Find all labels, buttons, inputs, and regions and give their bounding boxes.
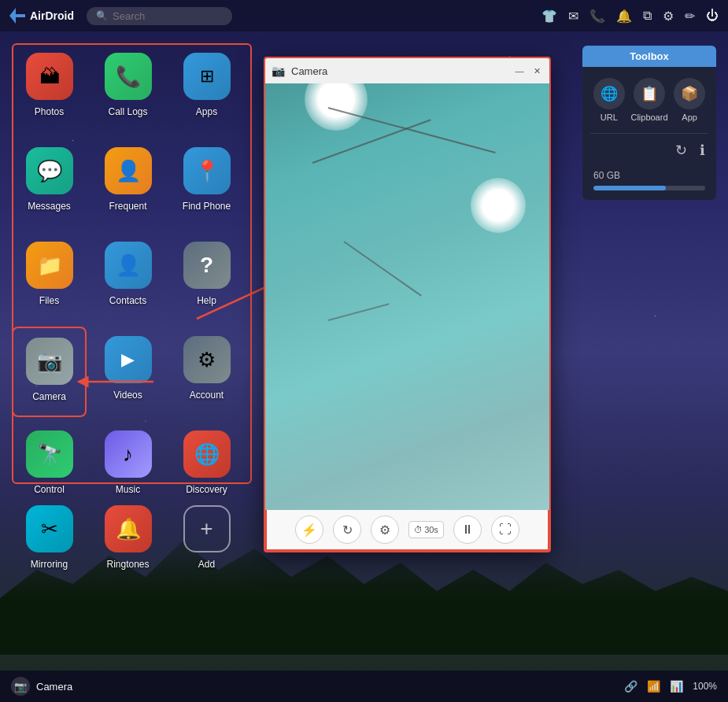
app-item-findphone[interactable]: 📍 Find Phone (169, 138, 244, 228)
app-item-videos[interactable]: ▶ Videos (91, 327, 165, 417)
camera-label: Camera (32, 391, 66, 402)
account-label: Account (190, 390, 224, 401)
statusbar-right: 🔗 📶 📊 100% (624, 680, 717, 693)
signal-icon: 📊 (670, 680, 683, 693)
lamp-arm-3 (343, 241, 421, 296)
findphone-icon: 📍 (183, 147, 231, 194)
music-icon: ♪ (105, 430, 152, 478)
toolbox-panel: Toolbox 🌐 URL 📋 Clipboard 📦 App ↻ ℹ 60 G… (582, 46, 716, 200)
app-item-files[interactable]: 📁 Files (12, 232, 87, 323)
camera-title-icon: 📷 (272, 65, 285, 77)
camera-icon: 📷 (26, 338, 73, 385)
videos-label: Videos (113, 390, 142, 401)
app-item-add[interactable]: + Add (169, 496, 244, 570)
ringtones-icon: 🔔 (105, 505, 152, 552)
toolbox-header: Toolbox (582, 46, 716, 67)
camera-fullscreen-button[interactable]: ⛶ (491, 515, 519, 544)
camera-flash-button[interactable]: ⚡ (295, 515, 323, 544)
clipboard-icon: 📋 (634, 78, 665, 109)
toolbox-refresh-icon[interactable]: ↻ (675, 142, 687, 159)
app-item-apps[interactable]: ⊞ Apps (169, 43, 244, 134)
camera-titlebar: 📷 Camera — ✕ (265, 58, 549, 83)
camera-rotate-button[interactable]: ↻ (333, 515, 361, 544)
app-item-contacts[interactable]: 👤 Contacts (91, 232, 165, 323)
statusbar-left: 📷 Camera (11, 677, 72, 696)
app-item-camera[interactable]: 📷 Camera (12, 327, 87, 417)
calllogs-label: Call Logs (108, 106, 147, 117)
mail-icon[interactable]: ✉ (568, 9, 578, 24)
window-minimize-button[interactable]: — (513, 65, 526, 77)
photos-label: Photos (35, 106, 64, 117)
shirt-icon[interactable]: 👕 (541, 9, 557, 24)
mirroring-label: Mirroring (31, 559, 68, 570)
search-bar[interactable]: 🔍 (87, 7, 232, 25)
camera-window-controls: — ✕ (513, 65, 543, 77)
videos-icon: ▶ (105, 336, 152, 383)
lamp-arm-4 (328, 303, 390, 321)
discovery-icon: 🌐 (183, 430, 231, 478)
files-label: Files (39, 295, 59, 306)
files-icon: 📁 (26, 242, 73, 289)
ringtones-label: Ringtones (106, 559, 149, 570)
control-icon: 🔭 (26, 430, 73, 478)
camera-controls-bar: ⚡ ↻ ⚙ ⏱ 30s ⏸ ⛶ (265, 510, 549, 551)
account-icon: ⚙ (183, 336, 231, 383)
pen-icon[interactable]: ✏ (685, 9, 695, 24)
topbar-icons: 👕 ✉ 📞 🔔 ⧉ ⚙ ✏ ⏻ (541, 9, 719, 24)
app-item-calllogs[interactable]: 📞 Call Logs (91, 43, 165, 134)
statusbar-app-name: Camera (36, 681, 72, 693)
power-icon[interactable]: ⏻ (706, 9, 719, 23)
toolbox-item-url[interactable]: 🌐 URL (593, 78, 625, 122)
battery-indicator: 100% (693, 681, 717, 692)
search-icon: 🔍 (96, 10, 108, 21)
control-label: Control (34, 484, 65, 495)
photos-icon: 🏔 (26, 53, 73, 100)
toolbox-item-app[interactable]: 📦 App (674, 78, 705, 122)
toolbox-storage-row: 60 GB (582, 167, 716, 200)
topbar-logo: AirDroid (9, 8, 74, 24)
airdroid-logo-icon (9, 8, 25, 24)
app-label: App (682, 113, 697, 122)
camera-title-text: Camera (291, 65, 507, 77)
topbar-logo-text: AirDroid (30, 9, 74, 22)
timer-label: 30s (424, 525, 438, 534)
app-item-ringtones[interactable]: 🔔 Ringtones (91, 496, 165, 570)
camera-timer-button[interactable]: ⏱ 30s (408, 521, 444, 538)
app-item-messages[interactable]: 💬 Messages (12, 138, 87, 228)
toolbox-controls-row: ↻ ℹ (582, 134, 716, 167)
toolbox-item-clipboard[interactable]: 📋 Clipboard (630, 78, 667, 122)
discovery-label: Discovery (186, 484, 227, 495)
messages-icon: 💬 (26, 147, 73, 194)
copy-icon[interactable]: ⧉ (643, 9, 652, 23)
toolbox-icons-row: 🌐 URL 📋 Clipboard 📦 App (582, 67, 716, 133)
frequent-icon: 👤 (105, 147, 152, 194)
app-item-frequent[interactable]: 👤 Frequent (91, 138, 165, 228)
lamp-circle-1 (305, 83, 368, 131)
apps-label: Apps (196, 106, 217, 117)
app-item-mirroring[interactable]: ✂ Mirroring (12, 496, 87, 570)
music-label: Music (116, 484, 140, 495)
clipboard-label: Clipboard (630, 113, 667, 122)
contacts-label: Contacts (109, 295, 146, 306)
camera-viewport (265, 83, 549, 510)
app-grid: 🏔 Photos 📞 Call Logs ⊞ Apps 💬 Messages 👤… (12, 43, 244, 512)
statusbar-camera-icon: 📷 (11, 677, 30, 696)
app-item-photos[interactable]: 🏔 Photos (12, 43, 87, 134)
url-label: URL (601, 113, 618, 122)
search-input[interactable] (113, 10, 223, 22)
gear-icon[interactable]: ⚙ (663, 9, 674, 24)
phone-icon[interactable]: 📞 (589, 9, 605, 24)
camera-pause-button[interactable]: ⏸ (453, 515, 482, 544)
app-item-account[interactable]: ⚙ Account (169, 327, 244, 417)
window-close-button[interactable]: ✕ (530, 65, 543, 77)
bell-icon[interactable]: 🔔 (616, 9, 632, 24)
camera-window: 📷 Camera — ✕ ⚡ ↻ ⚙ ⏱ 30s ⏸ ⛶ (264, 57, 551, 552)
storage-label: 60 GB (593, 170, 705, 181)
topbar: AirDroid 🔍 👕 ✉ 📞 🔔 ⧉ ⚙ ✏ ⏻ (0, 0, 728, 31)
apps-icon: ⊞ (183, 53, 231, 100)
camera-settings-button[interactable]: ⚙ (371, 515, 399, 544)
app-item-help[interactable]: ? Help (169, 232, 244, 323)
add-icon: + (183, 505, 231, 552)
toolbox-info-icon[interactable]: ℹ (700, 142, 705, 159)
statusbar: 📷 Camera 🔗 📶 📊 100% (0, 671, 728, 702)
